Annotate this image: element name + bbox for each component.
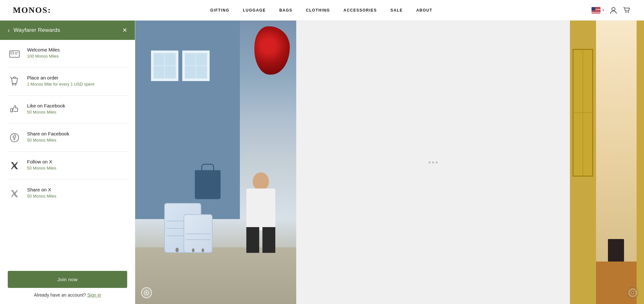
loading-dot-3 [436,161,438,163]
reward-item-order: Place an order 1 Monos Mile for every 1 … [8,68,127,96]
reward-text-order: Place an order 1 Monos Mile for every 1 … [27,75,94,87]
loading-indicator [429,161,438,163]
nav-item-bags[interactable]: BAGS [279,8,292,13]
nav-item-accessories[interactable]: ACCESSORIES [344,8,377,13]
rewards-header: ‹ Wayfarer Rewards ✕ [0,21,135,40]
rewards-title: Wayfarer Rewards [14,27,60,33]
door-panel [583,50,592,112]
svg-point-0 [612,7,615,11]
window-pane [165,66,176,78]
window-pane [154,66,165,78]
reward-item-share-fb: Share on Facebook 50 Monos Miles [8,124,127,152]
chevron-down-icon: ▾ [602,8,604,12]
reward-miles-follow-x: 50 Monos Miles [27,166,56,170]
right-photo [570,21,644,304]
close-button[interactable]: ✕ [122,27,127,33]
us-flag-icon [592,7,601,14]
reward-text-like-fb: Like on Facebook 50 Monos Miles [27,103,65,115]
photo-middle-area [296,21,570,304]
loading-dot-2 [432,161,434,163]
person-silhouette [245,172,277,253]
join-section: Join now Already have an account? Sign i… [0,266,135,304]
window-pane [196,53,207,66]
nav-item-clothing[interactable]: CLOTHING [306,8,330,13]
svg-point-7 [12,84,14,85]
rewards-list: Welcome Miles 100 Monos Miles Place an o… [0,40,135,266]
site-logo[interactable]: monos: [13,5,51,15]
svg-point-8 [15,84,16,85]
door-panels-left [573,49,593,176]
window-pane [154,53,165,66]
main-nav: GIFTING LUGGAGE BAGS CLOTHING ACCESSORIE… [210,8,432,13]
reward-text-follow-x: Follow on X 50 Monos Miles [27,159,56,170]
place-order-icon [8,75,21,88]
reward-text-welcome: Welcome Miles 100 Monos Miles [27,47,60,59]
reward-item-follow-x: Follow on X 50 Monos Miles [8,152,127,180]
suitcase-small [184,214,213,253]
reward-title-welcome: Welcome Miles [27,47,60,52]
door-panel [573,50,582,112]
like-facebook-icon [8,103,21,116]
window-pane [165,53,176,66]
header-actions: ▾ [592,6,631,14]
reward-item-share-x: Share on X 50 Monos Miles [8,180,127,207]
photo-scene-main [135,21,296,304]
door-interior [596,21,637,304]
site-header: monos: GIFTING LUGGAGE BAGS CLOTHING ACC… [0,0,644,21]
nav-item-about[interactable]: ABOUT [416,8,432,13]
signin-link[interactable]: Sign in [87,292,101,298]
door-left-frame [570,21,596,304]
reward-title-share-fb: Share on Facebook [27,131,69,136]
country-selector[interactable]: ▾ [592,7,604,14]
back-button[interactable]: ‹ [8,27,10,33]
building-facade [135,21,240,219]
reward-miles-order: 1 Monos Mile for every 1 USD spent [27,82,94,87]
window-pane [185,66,196,78]
window-group [151,51,210,81]
reward-title-share-x: Share on X [27,187,56,192]
svg-rect-4 [11,52,14,54]
reward-miles-share-fb: 50 Monos Miles [27,138,69,143]
street [135,247,296,304]
reward-item-welcome: Welcome Miles 100 Monos Miles [8,40,127,68]
reward-title-like-fb: Like on Facebook [27,103,65,108]
photo-area [135,21,644,304]
flowers-decoration [254,26,293,84]
loading-dot-1 [429,161,431,163]
window-2 [182,51,210,81]
svg-point-1 [626,12,627,13]
share-x-icon [8,187,21,200]
cart-icon[interactable] [623,6,631,14]
expand-right-photo-button[interactable] [627,287,638,298]
follow-x-icon [8,159,21,172]
reward-title-order: Place an order [27,75,94,80]
reward-miles-welcome: 100 Monos Miles [27,54,60,59]
door-panel [573,113,582,175]
nav-item-luggage[interactable]: LUGGAGE [243,8,266,13]
reward-title-follow-x: Follow on X [27,159,56,164]
window-1 [151,51,178,81]
already-have-account-label: Already have an account? [34,292,86,298]
window-pane [196,66,207,78]
share-facebook-icon [8,131,21,144]
right-photo-scene [570,21,644,304]
rewards-header-left: ‹ Wayfarer Rewards [8,27,60,33]
account-text: Already have an account? Sign in [8,292,127,298]
join-now-button[interactable]: Join now [8,271,127,288]
reward-item-like-fb: Like on Facebook 50 Monos Miles [8,96,127,124]
door-right-frame [637,21,644,304]
chair-back [608,239,624,262]
svg-point-2 [628,12,629,13]
flag-canton [592,7,595,11]
nav-item-sale[interactable]: SALE [391,8,403,13]
tote-bag [195,170,221,199]
welcome-miles-icon [8,47,21,60]
rewards-panel: ‹ Wayfarer Rewards ✕ Welcome Miles 100 [0,21,135,304]
door-panel [583,113,592,175]
user-icon[interactable] [609,6,618,14]
window-pane [185,53,196,66]
expand-main-photo-button[interactable] [141,287,152,298]
nav-item-gifting[interactable]: GIFTING [210,8,229,13]
main-content: ‹ Wayfarer Rewards ✕ Welcome Miles 100 [0,21,644,304]
main-photo [135,21,296,304]
